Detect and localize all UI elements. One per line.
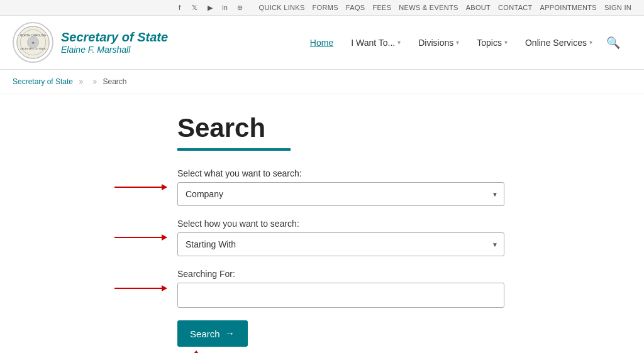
youtube-icon[interactable]: ▶ [205,3,215,13]
arrow-line-how [114,237,162,238]
online-services-chevron: ▾ [589,39,592,46]
nav-topics[interactable]: Topics ▾ [468,33,516,53]
appointments-link[interactable]: APPOINTMENTS [540,4,597,11]
sign-in-link[interactable]: SIGN IN [604,4,631,11]
fees-link[interactable]: FEES [372,4,391,11]
logo-seal-container: NORTH CAROLINA SECRETARY OF STATE ★ [13,22,53,63]
arrow-annotation-how [114,234,167,241]
main-nav: Home I Want To... ▾ Divisions ▾ Topics ▾… [189,31,631,55]
arrow-annotation-searching [114,285,167,291]
arrow-annotation-what [114,184,167,190]
sos-name: Elaine F. Marshall [61,45,168,55]
contact-link[interactable]: CONTACT [498,4,532,11]
breadcrumb-sep2: » [92,77,97,86]
twitter-icon[interactable]: 𝕏 [190,3,200,13]
label-how: Select how you want to search: [177,219,536,229]
facebook-icon[interactable]: f [175,3,185,13]
searching-input[interactable] [177,283,504,308]
logo-text: Secretary of State Elaine F. Marshall [61,30,168,55]
nav-want-to[interactable]: I Want To... ▾ [342,33,409,53]
faqs-link[interactable]: FAQS [346,4,365,11]
quick-links-link[interactable]: QUICK LINKS [259,4,305,11]
site-header: NORTH CAROLINA SECRETARY OF STATE ★ Secr… [0,16,644,70]
label-what: Select what you want to search: [177,168,536,178]
logo-area: NORTH CAROLINA SECRETARY OF STATE ★ Secr… [13,22,189,63]
nav-divisions[interactable]: Divisions ▾ [409,33,468,53]
want-to-chevron: ▾ [397,39,401,46]
main-content: Search Select what you want to search: C… [96,113,548,353]
select-what[interactable]: Company Individual Trademark Notary [177,182,504,206]
rss-icon[interactable]: ⊕ [235,3,245,13]
divisions-chevron: ▾ [456,39,459,46]
breadcrumb: Secretary of State » » Search [0,70,644,94]
up-arrow-head [191,350,201,353]
utility-bar: f 𝕏 ▶ in ⊕ QUICK LINKS FORMS FAQS FEES N… [0,0,644,16]
search-arrow-icon: → [225,328,235,339]
breadcrumb-root-link[interactable]: Secretary of State [13,77,73,86]
arrow-line-searching [114,288,162,289]
form-group-searching: Searching For: [177,269,536,308]
linkedin-icon[interactable]: in [220,3,230,13]
social-icons: f 𝕏 ▶ in ⊕ [175,3,245,13]
form-group-what: Select what you want to search: Company … [177,168,536,206]
search-button-group: Search → [177,320,536,347]
nav-home[interactable]: Home [301,33,342,53]
sos-title: Secretary of State [61,30,168,45]
nav-online-services[interactable]: Online Services ▾ [516,33,601,53]
up-arrow [191,350,201,353]
arrow-head-what [162,184,167,190]
up-arrow-container [177,350,536,353]
breadcrumb-sep1: » [79,77,83,86]
page-title: Search [177,113,536,143]
arrow-head-searching [162,285,167,291]
label-searching: Searching For: [177,269,536,279]
arrow-head-how [162,234,167,241]
select-how-wrapper: Starting With Containing Exact Match [177,232,504,256]
breadcrumb-current: Search [103,77,126,86]
topics-chevron: ▾ [504,39,508,46]
svg-text:★: ★ [31,41,35,45]
seal-svg: NORTH CAROLINA SECRETARY OF STATE ★ [16,25,50,60]
form-group-how: Select how you want to search: Starting … [177,219,536,256]
about-link[interactable]: ABOUT [466,4,491,11]
forms-link[interactable]: FORMS [313,4,338,11]
header-search-icon-btn[interactable]: 🔍 [601,31,625,55]
select-how[interactable]: Starting With Containing Exact Match [177,232,504,256]
select-what-wrapper: Company Individual Trademark Notary [177,182,504,206]
search-button[interactable]: Search → [177,320,248,347]
arrow-line-what [114,187,162,188]
news-events-link[interactable]: NEWS & EVENTS [399,4,458,11]
title-underline [177,148,291,151]
